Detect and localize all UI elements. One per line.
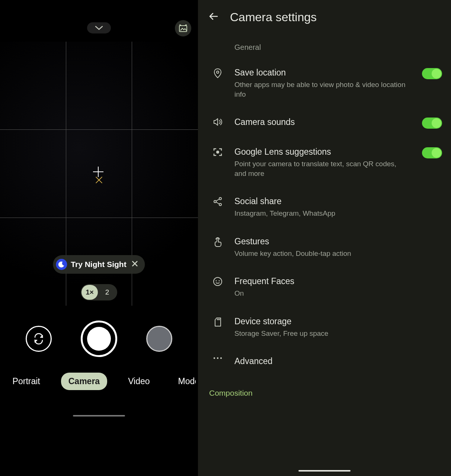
camera-app: Try Night Sight 1× 2 t Sight P <box>0 0 198 476</box>
svg-point-2 <box>216 151 219 154</box>
home-indicator[interactable] <box>298 470 351 472</box>
setting-gestures[interactable]: Gestures Volume key action, Double-tap a… <box>198 227 451 267</box>
focus-indicator <box>93 167 103 177</box>
svg-point-6 <box>214 277 222 286</box>
mode-selector[interactable]: t Sight Portrait Camera Video Modes <box>0 364 196 390</box>
flip-icon <box>32 332 45 345</box>
gallery-shortcut-button[interactable] <box>175 20 191 36</box>
setting-sub: Point your camera to translate text, sca… <box>234 159 406 178</box>
svg-point-1 <box>217 71 219 73</box>
moon-icon <box>56 259 67 270</box>
section-general: General <box>198 30 451 58</box>
mode-modes[interactable]: Modes <box>171 373 196 390</box>
camera-settings-screen: Camera settings General Save location Ot… <box>198 0 451 476</box>
setting-title: Frequent Faces <box>234 276 436 287</box>
face-icon <box>211 276 224 286</box>
viewfinder[interactable]: Try Night Sight 1× 2 <box>0 42 198 306</box>
mode-video[interactable]: Video <box>121 373 157 390</box>
svg-point-3 <box>219 197 221 200</box>
chevron-down-icon <box>95 25 103 30</box>
setting-frequent-faces[interactable]: Frequent Faces On <box>198 267 451 307</box>
setting-device-storage[interactable]: Device storage Storage Saver, Free up sp… <box>198 307 451 347</box>
suggestion-label: Try Night Sight <box>71 260 126 269</box>
touch-icon <box>211 236 224 247</box>
page-title: Camera settings <box>230 10 317 24</box>
setting-title: Advanced <box>234 356 436 367</box>
setting-title: Social share <box>234 196 436 207</box>
svg-point-4 <box>214 200 216 203</box>
setting-title: Save location <box>234 67 406 78</box>
toggle-save-location[interactable] <box>422 68 442 79</box>
svg-point-9 <box>214 357 215 359</box>
close-icon[interactable] <box>130 259 140 270</box>
svg-point-8 <box>219 280 220 282</box>
setting-title: Camera sounds <box>234 117 406 128</box>
grid-line <box>0 218 198 218</box>
setting-title: Device storage <box>234 316 436 327</box>
more-horizontal-icon <box>211 356 224 360</box>
flip-camera-button[interactable] <box>26 326 52 352</box>
home-indicator[interactable] <box>73 415 125 416</box>
zoom-1x[interactable]: 1× <box>81 285 98 300</box>
setting-save-location[interactable]: Save location Other apps may be able to … <box>198 58 451 108</box>
setting-sub: Storage Saver, Free up space <box>234 329 436 338</box>
share-icon <box>211 196 224 206</box>
setting-sub: Other apps may be able to view photo & v… <box>234 80 406 99</box>
settings-drawer-handle[interactable] <box>87 22 111 33</box>
camera-topbar <box>0 0 198 42</box>
setting-sub: Volume key action, Double-tap action <box>234 249 436 258</box>
grid-line <box>0 129 198 130</box>
setting-sub: On <box>234 289 436 298</box>
mode-portrait[interactable]: Portrait <box>5 373 48 390</box>
setting-google-lens[interactable]: Google Lens suggestions Point your camer… <box>198 138 451 187</box>
setting-advanced[interactable]: Advanced <box>198 347 451 376</box>
zoom-2x[interactable]: 2 <box>98 285 116 300</box>
setting-camera-sounds[interactable]: Camera sounds <box>198 108 451 138</box>
sd-card-icon <box>211 316 224 327</box>
section-composition: Composition <box>198 376 451 398</box>
location-icon <box>211 67 224 78</box>
svg-point-5 <box>219 203 221 206</box>
last-photo-thumbnail[interactable] <box>146 326 172 352</box>
toggle-camera-sounds[interactable] <box>422 118 442 129</box>
mode-camera[interactable]: Camera <box>61 373 107 390</box>
setting-title: Gestures <box>234 236 436 247</box>
toggle-google-lens[interactable] <box>422 147 442 158</box>
setting-social-share[interactable]: Social share Instagram, Telegram, WhatsA… <box>198 187 451 227</box>
svg-point-10 <box>217 357 218 359</box>
svg-point-11 <box>220 357 222 359</box>
back-button[interactable] <box>206 9 221 25</box>
svg-point-7 <box>216 280 217 282</box>
lens-icon <box>211 147 224 157</box>
night-sight-suggestion[interactable]: Try Night Sight <box>53 255 145 274</box>
shutter-inner <box>87 327 111 351</box>
setting-title: Google Lens suggestions <box>234 147 406 158</box>
camera-controls: t Sight Portrait Camera Video Modes <box>0 306 198 421</box>
volume-icon <box>211 117 224 126</box>
shutter-button[interactable] <box>81 321 117 357</box>
gallery-icon <box>179 24 188 32</box>
arrow-left-icon <box>208 11 219 22</box>
settings-header: Camera settings <box>198 0 451 30</box>
zoom-selector[interactable]: 1× 2 <box>81 284 117 300</box>
setting-sub: Instagram, Telegram, WhatsApp <box>234 209 436 218</box>
